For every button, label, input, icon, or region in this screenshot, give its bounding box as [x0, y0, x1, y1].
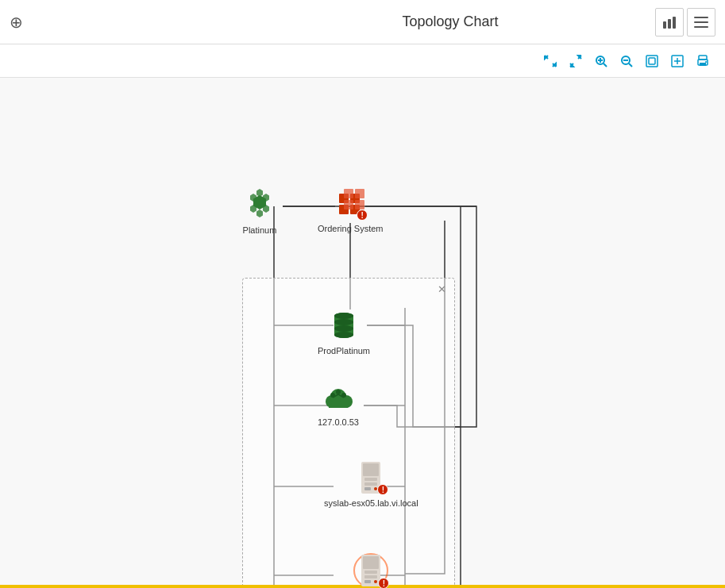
- svg-rect-17: [646, 56, 658, 67]
- page-title: Topology Chart: [402, 13, 498, 30]
- svg-line-11: [604, 63, 607, 67]
- svg-line-15: [629, 63, 632, 67]
- svg-rect-74: [363, 463, 379, 476]
- network-node[interactable]: 127.0.0.53: [318, 386, 359, 427]
- svg-point-69: [336, 390, 341, 394]
- svg-point-62: [334, 325, 353, 332]
- move-handle-icon[interactable]: ⊕: [10, 13, 23, 32]
- svg-rect-52: [355, 200, 364, 209]
- ordering-label: Ordering System: [318, 224, 384, 233]
- svg-rect-4: [694, 21, 708, 23]
- svg-rect-77: [364, 487, 371, 490]
- zoom-in-button[interactable]: [592, 53, 611, 69]
- svg-marker-42: [256, 209, 263, 217]
- svg-point-61: [334, 319, 353, 325]
- platinum-label: Platinum: [243, 225, 277, 235]
- chart-view-button[interactable]: [655, 8, 684, 37]
- fit-button[interactable]: [566, 53, 585, 69]
- menu-button[interactable]: [687, 8, 715, 37]
- ordering-icon-wrapper: !: [333, 186, 368, 221]
- expand-button[interactable]: [541, 53, 560, 69]
- network-icon: [322, 386, 354, 414]
- esx05-node[interactable]: ! syslab-esx05.lab.vi.local: [324, 460, 418, 508]
- esx06-node[interactable]: ! syslab-esx06.lab.vi.local: [324, 551, 418, 588]
- svg-rect-2: [673, 17, 676, 29]
- svg-rect-24: [700, 63, 706, 66]
- svg-marker-39: [256, 189, 263, 197]
- container-close-button[interactable]: ✕: [438, 283, 446, 295]
- prod-platinum-node[interactable]: ProdPlatinum: [318, 308, 370, 355]
- network-label: 127.0.0.53: [318, 417, 359, 427]
- prod-platinum-icon: [326, 308, 361, 343]
- header-left: ⊕: [10, 13, 23, 32]
- svg-rect-1: [668, 19, 671, 29]
- svg-rect-51: [344, 200, 353, 209]
- svg-rect-76: [364, 482, 377, 486]
- zoom-out-button[interactable]: [617, 53, 636, 69]
- actual-size-button[interactable]: [642, 53, 661, 69]
- ordering-system-node[interactable]: ! Ordering System: [318, 186, 384, 233]
- svg-rect-3: [694, 17, 708, 18]
- header: ⊕ Topology Chart: [0, 0, 725, 44]
- svg-rect-18: [649, 58, 655, 64]
- print-button[interactable]: [693, 53, 712, 69]
- esx05-label: syslab-esx05.lab.vi.local: [324, 498, 418, 508]
- fit-page-button[interactable]: [668, 53, 687, 69]
- svg-point-63: [334, 332, 353, 338]
- svg-rect-67: [329, 402, 348, 408]
- svg-rect-82: [364, 575, 377, 578]
- svg-point-60: [334, 313, 353, 319]
- esx06-alert-badge: !: [378, 578, 389, 588]
- svg-rect-83: [364, 580, 371, 583]
- svg-rect-0: [663, 21, 666, 29]
- prod-platinum-label: ProdPlatinum: [318, 346, 370, 355]
- svg-rect-5: [694, 26, 708, 28]
- svg-rect-81: [364, 571, 377, 574]
- header-actions: [655, 8, 715, 37]
- esx06-icon-wrapper: !: [351, 551, 391, 588]
- esx05-icon-wrapper: !: [353, 460, 388, 495]
- svg-point-25: [705, 61, 707, 63]
- platinum-node[interactable]: Platinum: [242, 187, 277, 235]
- svg-rect-80: [363, 556, 379, 569]
- svg-rect-75: [364, 478, 377, 481]
- platinum-icon: [242, 187, 277, 222]
- svg-rect-50: [355, 189, 364, 198]
- svg-rect-49: [344, 189, 353, 198]
- topology-canvas: Platinum ! Order: [0, 78, 725, 588]
- svg-point-84: [374, 580, 377, 583]
- toolbar: [0, 44, 725, 78]
